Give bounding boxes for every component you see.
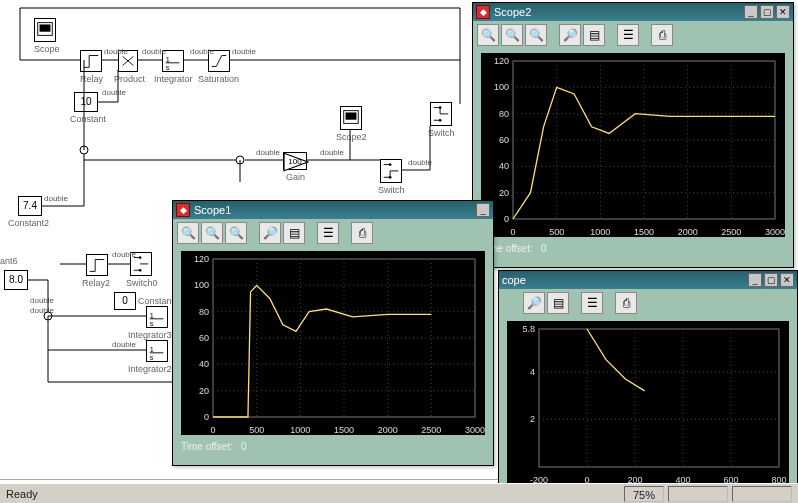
autoscale-icon[interactable]: 🔎	[559, 24, 581, 46]
svg-point-9	[389, 176, 392, 179]
zoom-x-icon[interactable]: 🔍	[501, 24, 523, 46]
parameters-icon[interactable]: ▤	[583, 24, 605, 46]
scope-toolbar: 🔍 🔍 🔍 🔎 ▤ ☰ ⎙	[173, 219, 493, 247]
svg-text:500: 500	[549, 227, 564, 237]
svg-text:4: 4	[530, 367, 535, 377]
svg-text:1500: 1500	[634, 227, 654, 237]
svg-rect-1	[40, 24, 51, 31]
constant9-block[interactable]: 0	[114, 292, 136, 310]
svg-point-10	[139, 256, 142, 259]
constant2-block[interactable]: 7.4	[18, 196, 42, 216]
scope-toolbar: 🔍 🔍 🔍 🔎 ▤ ☰ ⎙	[473, 21, 793, 49]
switch-label: Switch	[428, 128, 455, 138]
constant-block[interactable]: 10	[74, 92, 98, 112]
switch2-label: Switch	[378, 185, 405, 195]
scope-label: Scope	[34, 44, 60, 54]
close-button[interactable]: ✕	[776, 5, 790, 19]
zoom-y-icon[interactable]: 🔍	[225, 222, 247, 244]
title-text: cope	[502, 274, 526, 286]
scope1-window[interactable]: ◆ Scope1 _ 🔍 🔍 🔍 🔎 ▤ ☰ ⎙ 050010001500200…	[172, 200, 494, 466]
integrator3-block[interactable]: 1s	[146, 306, 168, 328]
integrator2-block[interactable]: 1s	[146, 340, 168, 362]
maximize-button[interactable]: ▢	[764, 273, 778, 287]
svg-text:s: s	[166, 63, 170, 71]
integrator-label: Integrator	[154, 74, 193, 84]
zoom-x-icon[interactable]: 🔍	[201, 222, 223, 244]
wire-label: double	[190, 47, 214, 56]
svg-text:5.8: 5.8	[522, 324, 535, 334]
svg-text:3000: 3000	[765, 227, 785, 237]
print-icon[interactable]: ⎙	[651, 24, 673, 46]
minimize-button[interactable]: _	[744, 5, 758, 19]
svg-rect-77	[539, 329, 779, 467]
svg-point-16	[80, 146, 88, 154]
constant6-block[interactable]: 8.0	[4, 270, 28, 290]
svg-text:2500: 2500	[421, 425, 441, 435]
scope2-block[interactable]	[340, 106, 362, 130]
plot-area[interactable]: 050010001500200025003000020406080100120	[181, 251, 485, 435]
scope-block[interactable]	[34, 18, 56, 42]
svg-rect-19	[513, 61, 775, 219]
wire-label: double	[104, 47, 128, 56]
gain-block[interactable]: 100	[283, 152, 307, 170]
titlebar[interactable]: ◆ Scope1 _	[173, 201, 493, 219]
svg-point-17	[236, 156, 244, 164]
scope-window[interactable]: cope _ ▢ ✕ 🔎 ▤ ☰ ⎙ -20002004006008005.84…	[498, 270, 798, 500]
close-button[interactable]: ✕	[780, 273, 794, 287]
minimize-button[interactable]: _	[476, 203, 490, 217]
plot-area[interactable]: -20002004006008005.842	[507, 321, 789, 485]
matlab-icon: ◆	[176, 203, 190, 217]
svg-text:2500: 2500	[721, 227, 741, 237]
zoom-y-icon[interactable]: 🔍	[525, 24, 547, 46]
status-pane	[732, 486, 792, 502]
svg-text:40: 40	[499, 161, 509, 171]
svg-point-11	[139, 269, 142, 272]
maximize-button[interactable]: ▢	[760, 5, 774, 19]
wire-label: double	[102, 88, 126, 97]
constant-label: Constant	[70, 114, 106, 124]
settings-icon[interactable]: ☰	[617, 24, 639, 46]
gain-label: Gain	[286, 172, 305, 182]
svg-text:500: 500	[249, 425, 264, 435]
scope-toolbar: 🔎 ▤ ☰ ⎙	[499, 289, 797, 317]
switch-block[interactable]	[430, 102, 452, 126]
settings-icon[interactable]: ☰	[581, 292, 603, 314]
settings-icon[interactable]: ☰	[317, 222, 339, 244]
plot-area[interactable]: 050010001500200025003000020406080100120	[481, 53, 785, 237]
svg-rect-5	[346, 112, 357, 119]
switch2-block[interactable]	[380, 159, 402, 183]
wire-label: double	[30, 296, 54, 305]
relay2-label: Relay2	[82, 278, 110, 288]
svg-text:60: 60	[499, 135, 509, 145]
relay2-block[interactable]	[86, 254, 108, 276]
time-offset-value: 0	[241, 441, 247, 452]
integrator3-label: Integrator3	[128, 330, 172, 340]
status-text: Ready	[6, 488, 38, 500]
autoscale-icon[interactable]: 🔎	[523, 292, 545, 314]
svg-text:0: 0	[504, 214, 509, 224]
svg-text:1000: 1000	[590, 227, 610, 237]
wire-label: double	[142, 47, 166, 56]
status-pane	[668, 486, 728, 502]
titlebar[interactable]: cope _ ▢ ✕	[499, 271, 797, 289]
relay-block[interactable]	[80, 50, 102, 72]
titlebar[interactable]: ◆ Scope2 _ ▢ ✕	[473, 3, 793, 21]
zoom-icon[interactable]: 🔍	[477, 24, 499, 46]
svg-text:2000: 2000	[378, 425, 398, 435]
minimize-button[interactable]: _	[748, 273, 762, 287]
integrator2-label: Integrator2	[128, 364, 172, 374]
wire-label: double	[30, 306, 54, 315]
constant2-label: Constant2	[8, 218, 49, 228]
autoscale-icon[interactable]: 🔎	[259, 222, 281, 244]
wire-label: double	[112, 250, 136, 259]
wire-label: double	[232, 47, 256, 56]
status-bar: Ready 75%	[0, 483, 798, 503]
print-icon[interactable]: ⎙	[615, 292, 637, 314]
scope2-window[interactable]: ◆ Scope2 _ ▢ ✕ 🔍 🔍 🔍 🔎 ▤ ☰ ⎙ 05001000150…	[472, 2, 794, 268]
svg-text:40: 40	[199, 359, 209, 369]
print-icon[interactable]: ⎙	[351, 222, 373, 244]
parameters-icon[interactable]: ▤	[283, 222, 305, 244]
zoom-icon[interactable]: 🔍	[177, 222, 199, 244]
svg-text:s: s	[150, 319, 154, 327]
parameters-icon[interactable]: ▤	[547, 292, 569, 314]
